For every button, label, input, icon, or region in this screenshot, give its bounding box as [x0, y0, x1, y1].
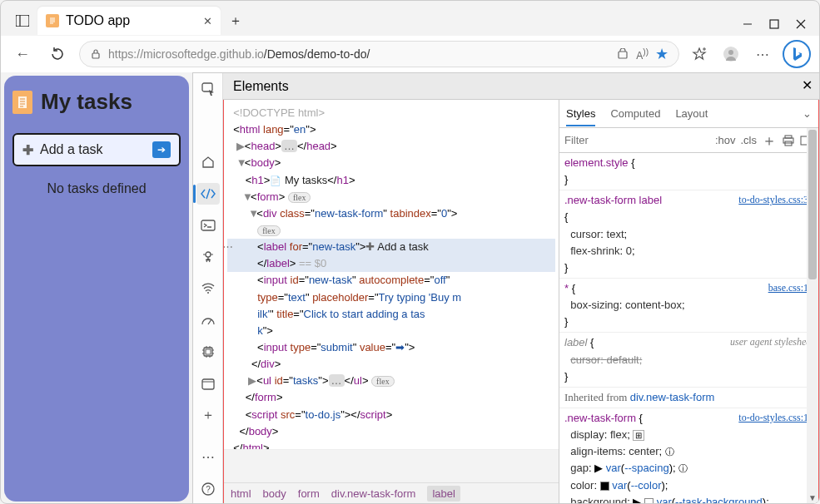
close-icon[interactable]	[796, 19, 806, 29]
notepad-icon	[46, 14, 59, 27]
dom-breadcrumb[interactable]: html body form div.new-task-form label	[224, 482, 559, 504]
svg-rect-0	[16, 15, 29, 27]
breadcrumb-item[interactable]: label	[427, 486, 460, 502]
window-titlebar: TODO app ✕ ＋	[1, 1, 819, 36]
shopping-icon[interactable]	[616, 48, 629, 60]
svg-point-16	[728, 50, 733, 55]
notepad-icon	[12, 91, 32, 114]
svg-text:?: ?	[206, 485, 211, 494]
plus-icon: ✚	[22, 142, 33, 158]
svg-rect-23	[202, 83, 212, 91]
svg-point-26	[207, 292, 209, 294]
back-button[interactable]: ←	[9, 41, 36, 67]
svg-rect-11	[92, 53, 99, 58]
breadcrumb-item[interactable]: html	[231, 487, 251, 500]
svg-rect-38	[202, 379, 214, 389]
breadcrumb-item[interactable]: body	[263, 487, 286, 500]
browser-toolbar: ← https://microsoftedge.github.io/Demos/…	[1, 36, 819, 72]
new-tab-button[interactable]: ＋	[221, 6, 251, 36]
refresh-button[interactable]	[44, 41, 71, 67]
panel-title: Elements	[233, 79, 289, 94]
address-bar[interactable]: https://microsoftedge.github.io/Demos/de…	[79, 41, 679, 67]
hov-toggle[interactable]: :hov	[715, 134, 736, 146]
devtools: ＋ ⋯ ? Elements ✕ <!DOCTYPE html> <html l…	[192, 72, 819, 504]
memory-icon[interactable]	[196, 341, 220, 363]
svg-rect-12	[619, 52, 627, 58]
submit-button[interactable]: ➔	[152, 141, 171, 158]
page-title-text: My tasks	[41, 89, 132, 115]
tab-styles[interactable]: Styles	[566, 107, 595, 126]
chevron-down-icon[interactable]: ⌄	[803, 107, 812, 120]
devtools-rail: ＋ ⋯ ?	[193, 73, 223, 504]
styles-rules[interactable]: element.style {} to-do-styles.css:34 .ne…	[559, 153, 818, 504]
tab-title: TODO app	[66, 13, 130, 28]
close-tab-icon[interactable]: ✕	[203, 15, 212, 27]
performance-icon[interactable]	[196, 309, 220, 331]
svg-point-25	[206, 252, 211, 257]
styles-filter-input[interactable]	[564, 134, 710, 146]
print-icon[interactable]	[782, 135, 795, 146]
new-rule-icon[interactable]: ＋	[762, 131, 777, 151]
breadcrumb-item[interactable]: form	[298, 487, 320, 500]
network-icon[interactable]	[196, 278, 220, 299]
tab-layout[interactable]: Layout	[675, 107, 708, 120]
svg-rect-29	[206, 349, 211, 354]
bing-button[interactable]	[783, 40, 811, 68]
more-tools-icon[interactable]: ＋	[196, 405, 220, 427]
console-icon[interactable]	[196, 215, 220, 236]
devtools-close-icon[interactable]: ✕	[802, 77, 813, 93]
elements-icon[interactable]	[196, 183, 220, 205]
rendered-page: My tasks ✚ Add a task ➔ No tasks defined	[4, 76, 189, 502]
window-controls	[743, 19, 806, 29]
tab-computed[interactable]: Computed	[610, 107, 660, 120]
new-task-form[interactable]: ✚ Add a task ➔	[12, 133, 181, 166]
lock-icon	[90, 48, 102, 60]
svg-rect-24	[201, 220, 215, 230]
svg-rect-43	[785, 136, 792, 138]
dom-tree[interactable]: <!DOCTYPE html> <html lang="en"> ▶<head>…	[224, 100, 559, 449]
breadcrumb-item[interactable]: div.new-task-form	[331, 487, 416, 500]
url-text: https://microsoftedge.github.io/Demos/de…	[108, 47, 609, 61]
help-icon[interactable]: ?	[196, 478, 220, 500]
styles-tabs: Styles Computed Layout ⌄	[559, 100, 818, 128]
empty-state: No tasks defined	[12, 181, 181, 196]
welcome-icon[interactable]	[196, 151, 220, 172]
browser-tab[interactable]: TODO app ✕	[37, 7, 221, 35]
add-task-label: Add a task	[40, 142, 103, 157]
sources-icon[interactable]	[196, 246, 220, 268]
styles-toolbar: :hov .cls ＋	[559, 128, 818, 153]
read-aloud-icon[interactable]: A))	[636, 47, 649, 62]
inspect-button[interactable]	[196, 78, 220, 100]
favorites-button[interactable]	[688, 42, 711, 66]
more-icon[interactable]: ⋯	[751, 42, 774, 66]
scrollbar[interactable]: ▼	[807, 128, 818, 504]
styles-pane: Styles Computed Layout ⌄ :hov .cls ＋	[559, 100, 818, 504]
favorite-icon[interactable]: ★	[655, 45, 668, 63]
panel-header: Elements ✕	[223, 73, 819, 100]
source-link[interactable]: to-do-styles.css:34	[738, 192, 813, 208]
minimize-icon[interactable]	[743, 19, 753, 29]
overflow-icon[interactable]: ⋯	[196, 447, 220, 468]
svg-rect-8	[770, 20, 778, 28]
tab-actions-button[interactable]	[7, 6, 37, 36]
maximize-icon[interactable]	[769, 19, 779, 29]
source-link[interactable]: to-do-styles.css:17	[738, 410, 813, 426]
page-title: My tasks	[12, 89, 181, 115]
svg-line-27	[208, 319, 211, 324]
profile-icon[interactable]	[719, 42, 743, 66]
cls-toggle[interactable]: .cls	[741, 134, 758, 146]
application-icon[interactable]	[196, 373, 220, 394]
svg-rect-2	[48, 16, 57, 26]
